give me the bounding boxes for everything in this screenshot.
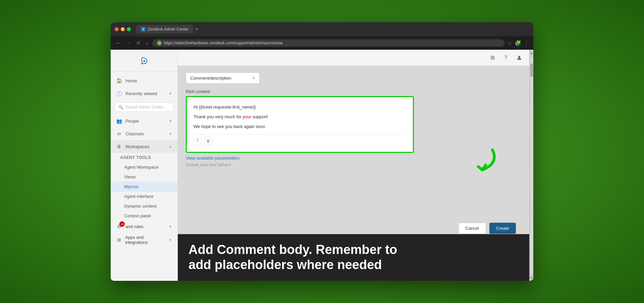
sidebar-item-macros[interactable]: Macros	[111, 182, 177, 191]
svg-point-1	[518, 56, 520, 58]
format-icon-button[interactable]: T	[194, 137, 202, 145]
help-icon-button[interactable]: ?	[501, 53, 511, 62]
home-icon: 🏠	[116, 78, 122, 84]
extensions-icon[interactable]: 🧩	[515, 40, 521, 46]
chevron-down-icon: ▼	[169, 92, 172, 95]
action-dropdown-field: Comment/description ▼	[186, 73, 521, 84]
user-icon-button[interactable]	[515, 53, 524, 62]
back-button[interactable]: ←	[115, 40, 122, 46]
grid-icon-button[interactable]: ⊞	[488, 53, 497, 62]
sidebar: 🏠 Home 🕐 Recently viewed ▼ 🔍 Search Admi…	[111, 50, 178, 281]
scroll-track[interactable]	[530, 57, 533, 274]
sidebar-views-label: Views	[124, 174, 136, 179]
security-icon: 🔒	[157, 41, 162, 45]
chevron-down-icon-channels: ▼	[169, 132, 172, 136]
rich-content-actions: T 🗑	[194, 134, 406, 145]
sidebar-agent-interface-label: Agent interface	[124, 194, 153, 199]
sidebar-item-agent-workspace[interactable]: Agent Workspace	[111, 162, 177, 172]
bookmark-icon[interactable]: ☆	[507, 40, 512, 46]
close-button[interactable]	[115, 27, 119, 31]
bottom-banner: Add Comment body. Remember to add placeh…	[178, 234, 529, 281]
chevron-up-icon-workspaces: ▲	[169, 145, 172, 148]
url-text: https://selectivehardware.zendesk.com/su…	[164, 41, 282, 45]
right-scrollbar[interactable]: ▲ ▼	[529, 50, 533, 281]
rich-content-label: Rich content	[186, 89, 521, 94]
content-line-2: Thank you very much for your support!	[194, 114, 406, 121]
address-bar: ← → ↺ ⌂ 🔒 https://selectivehardware.zend…	[111, 36, 533, 50]
sidebar-item-views[interactable]: Views	[111, 172, 177, 182]
sidebar-item-context-panel[interactable]: Context panel	[111, 211, 177, 221]
sidebar-objects-rules-label: and rules	[125, 224, 143, 229]
sidebar-dynamic-content-label: Dynamic content	[124, 204, 157, 209]
search-placeholder: Search Admin Center	[125, 105, 164, 110]
apps-integrations-icon: ⊞	[116, 237, 122, 243]
tab-favicon: Z	[141, 27, 146, 32]
highlighted-word: your	[243, 114, 251, 119]
sidebar-context-panel-label: Context panel	[124, 213, 151, 218]
address-input[interactable]: 🔒 https://selectivehardware.zendesk.com/…	[152, 39, 504, 47]
objects-rules-icon: ⚙ 14	[116, 223, 122, 229]
sidebar-apps-integrations-label: Apps and integrations	[125, 235, 165, 245]
delete-icon-button[interactable]: 🗑	[204, 137, 212, 145]
sidebar-item-workspaces[interactable]: 🖥 Workspaces ▲	[111, 140, 177, 153]
new-tab-button[interactable]: +	[195, 26, 198, 32]
content-header: ⊞ ?	[178, 50, 529, 66]
sidebar-item-objects-rules[interactable]: ⚙ 14 and rules ▼	[111, 221, 177, 232]
active-tab[interactable]: Z Zendesk Admin Center	[136, 25, 193, 34]
maximize-button[interactable]	[127, 27, 131, 31]
sidebar-channels-label: Channels	[125, 131, 144, 136]
scroll-thumb[interactable]	[530, 63, 533, 77]
cancel-button[interactable]: Cancel	[459, 223, 486, 234]
sidebar-item-recently-viewed[interactable]: 🕐 Recently viewed ▼	[111, 87, 177, 100]
scroll-down-arrow[interactable]: ▼	[529, 275, 533, 280]
content-line-3: We hope to see you back again soon	[194, 123, 406, 130]
search-icon: 🔍	[118, 105, 123, 110]
search-admin-center[interactable]: 🔍 Search Admin Center	[115, 102, 173, 112]
forward-button[interactable]: →	[125, 40, 132, 46]
browser-window: Z Zendesk Admin Center + ← → ↺ ⌂ 🔒 https…	[111, 22, 533, 281]
create-button[interactable]: Create	[489, 223, 516, 234]
sidebar-item-agent-interface[interactable]: Agent interface	[111, 191, 177, 201]
sidebar-item-agent-tools-header: Agent tools	[111, 153, 177, 162]
address-actions: ☆ 🧩 ⋮	[507, 40, 529, 46]
sidebar-workspaces-label: Workspaces	[125, 144, 149, 149]
action-dropdown[interactable]: Comment/description ▼	[186, 73, 260, 84]
sidebar-item-channels[interactable]: ⇄ Channels ▼	[111, 127, 177, 140]
sidebar-item-apps-integrations[interactable]: ⊞ Apps and integrations ▼	[111, 232, 177, 248]
sidebar-home-label: Home	[125, 78, 137, 83]
sidebar-logo	[111, 50, 177, 72]
sidebar-agent-workspace-label: Agent Workspace	[124, 165, 158, 170]
main-content: 🏠 Home 🕐 Recently viewed ▼ 🔍 Search Admi…	[111, 50, 533, 281]
sidebar-item-dynamic-content[interactable]: Dynamic content	[111, 201, 177, 211]
badge-count: 14	[119, 221, 125, 227]
menu-icon[interactable]: ⋮	[524, 40, 529, 46]
tab-title: Zendesk Admin Center	[148, 27, 189, 32]
traffic-lights	[115, 27, 131, 31]
green-arrow-decoration	[462, 140, 502, 180]
dropdown-selected-value: Comment/description	[190, 76, 231, 81]
refresh-button[interactable]: ↺	[135, 40, 142, 46]
people-icon: 👥	[116, 118, 122, 124]
channels-icon: ⇄	[116, 131, 122, 137]
sidebar-macros-label: Macros	[124, 184, 139, 189]
sidebar-item-people[interactable]: 👥 People ▼	[111, 115, 177, 127]
rich-content-editor[interactable]: Hi {{ticket.requester.first_name}} Thank…	[186, 96, 414, 153]
chevron-down-icon-apps: ▼	[169, 238, 172, 242]
scroll-up-arrow[interactable]: ▲	[529, 50, 533, 55]
sidebar-recently-viewed-label: Recently viewed	[125, 91, 157, 96]
clock-icon: 🕐	[116, 90, 122, 96]
banner-text-line2: add placeholders where needed	[189, 257, 519, 273]
sidebar-people-label: People	[125, 119, 139, 124]
content-line-1: Hi {{ticket.requester.first_name}}	[194, 104, 406, 111]
sidebar-nav: 🏠 Home 🕐 Recently viewed ▼ 🔍 Search Admi…	[111, 72, 177, 250]
home-button[interactable]: ⌂	[144, 40, 150, 46]
chevron-down-icon-people: ▼	[169, 119, 172, 123]
minimize-button[interactable]	[121, 27, 125, 31]
tab-bar: Z Zendesk Admin Center +	[136, 25, 198, 34]
form-content: Comment/description ▼ Rich content Hi {{…	[178, 66, 529, 281]
form-actions: Cancel Create	[459, 223, 523, 234]
content-area: ⊞ ? Comment/description ▼	[178, 50, 529, 281]
dropdown-chevron-icon: ▼	[252, 76, 255, 80]
chevron-down-icon-rules: ▼	[169, 225, 172, 228]
sidebar-item-home[interactable]: 🏠 Home	[111, 74, 177, 87]
